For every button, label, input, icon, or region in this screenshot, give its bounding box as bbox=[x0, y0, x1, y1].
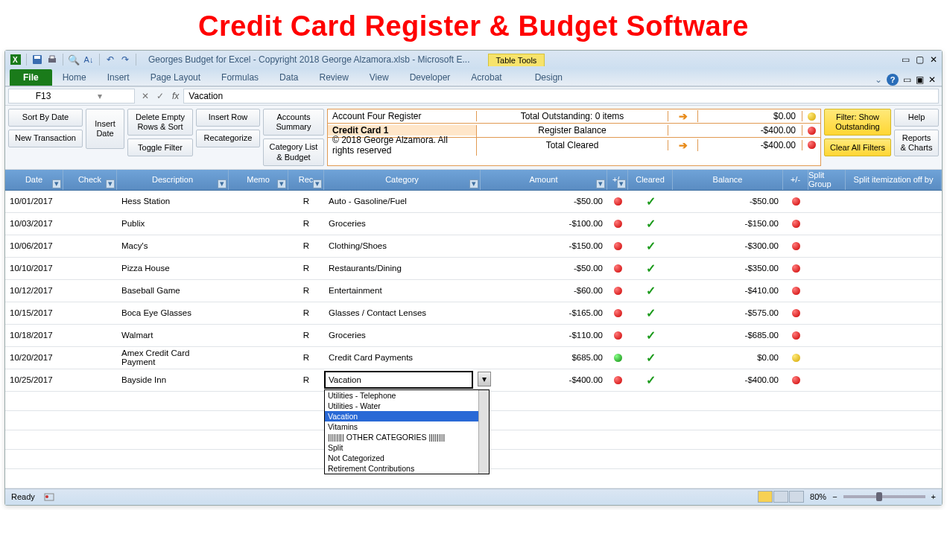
cell-description[interactable]: Macy's bbox=[117, 235, 229, 257]
cell-cleared[interactable]: ✓ bbox=[628, 347, 673, 369]
find-icon[interactable]: 🔍 bbox=[68, 54, 80, 66]
header-split-item[interactable]: Split itemization off by bbox=[854, 175, 934, 184]
recategorize-button[interactable]: Recategorize bbox=[196, 130, 260, 147]
help-icon[interactable]: ? bbox=[887, 74, 899, 86]
cell-category[interactable]: Entertainment bbox=[324, 280, 481, 302]
cell-split-group[interactable] bbox=[808, 302, 846, 324]
cell-date[interactable]: 10/01/2017 bbox=[5, 191, 63, 212]
cell-description[interactable]: Bayside Inn bbox=[117, 369, 229, 391]
zoom-in-icon[interactable]: + bbox=[931, 492, 936, 501]
header-plusminus2[interactable]: +/- bbox=[791, 175, 800, 184]
cell-rec[interactable]: R bbox=[288, 258, 324, 279]
tab-review[interactable]: Review bbox=[308, 69, 358, 86]
cell-split-item[interactable] bbox=[846, 302, 942, 324]
tab-formulas[interactable]: Formulas bbox=[211, 69, 269, 86]
header-check[interactable]: Check bbox=[78, 175, 101, 184]
delete-empty-rows-button[interactable]: Delete Empty Rows & Sort bbox=[127, 109, 193, 136]
cell-date[interactable]: 10/06/2017 bbox=[5, 235, 63, 257]
header-split-group[interactable]: Split Group bbox=[808, 171, 845, 188]
cell-cleared[interactable]: ✓ bbox=[628, 369, 673, 391]
reports-button[interactable]: Reports & Charts bbox=[894, 130, 939, 156]
cell-rec[interactable]: R bbox=[288, 302, 324, 324]
cell-cleared[interactable]: ✓ bbox=[628, 280, 673, 302]
tab-page-layout[interactable]: Page Layout bbox=[140, 69, 211, 86]
cell-description[interactable]: Hess Station bbox=[117, 191, 229, 212]
cell-split-group[interactable] bbox=[808, 347, 846, 369]
header-rec[interactable]: Rec bbox=[299, 175, 314, 184]
cell-check[interactable] bbox=[63, 280, 117, 302]
cell-category[interactable]: Restaurants/Dining bbox=[324, 258, 481, 279]
header-memo[interactable]: Memo bbox=[247, 175, 270, 184]
cell-memo[interactable] bbox=[229, 325, 288, 346]
filter-date-icon[interactable]: ▾ bbox=[52, 179, 61, 188]
zoom-out-icon[interactable]: − bbox=[832, 492, 837, 501]
cell-date[interactable]: 10/12/2017 bbox=[5, 280, 63, 302]
formula-input[interactable]: Vacation bbox=[183, 89, 939, 104]
cell-memo[interactable] bbox=[229, 235, 288, 257]
normal-view-button[interactable] bbox=[758, 491, 773, 503]
cell-description[interactable]: Boca Eye Glasses bbox=[117, 302, 229, 324]
cell-amount[interactable]: -$165.00 bbox=[481, 302, 607, 324]
cell-cleared[interactable]: ✓ bbox=[628, 258, 673, 279]
cell-rec[interactable]: R bbox=[288, 325, 324, 346]
cell-memo[interactable] bbox=[229, 213, 288, 235]
category-dropdown[interactable]: Vacation bbox=[324, 371, 473, 389]
cell-check[interactable] bbox=[63, 325, 117, 346]
table-row[interactable]: 10/20/2017 Amex Credit Card Payment R Cr… bbox=[5, 347, 942, 369]
zoom-slider[interactable] bbox=[843, 495, 925, 498]
tab-data[interactable]: Data bbox=[269, 69, 308, 86]
cell-description[interactable]: Publix bbox=[117, 213, 229, 235]
cell-rec[interactable]: R bbox=[288, 191, 324, 212]
cell-balance[interactable]: -$350.00 bbox=[673, 258, 783, 279]
cell-description[interactable]: Pizza House bbox=[117, 258, 229, 279]
cell-category[interactable]: Credit Card Payments bbox=[324, 347, 481, 369]
ribbon-minimize-icon[interactable]: ⌄ bbox=[875, 74, 882, 85]
cell-category[interactable]: Glasses / Contact Lenses bbox=[324, 302, 481, 324]
cell-date[interactable]: 10/15/2017 bbox=[5, 302, 63, 324]
cell-cleared[interactable]: ✓ bbox=[628, 191, 673, 212]
filter-outstanding-button[interactable]: Filter: Show Outstanding bbox=[824, 109, 891, 136]
cell-category[interactable]: Groceries bbox=[324, 213, 481, 235]
accept-formula-icon[interactable]: ✓ bbox=[153, 91, 168, 101]
cell-check[interactable] bbox=[63, 347, 117, 369]
cell-split-group[interactable] bbox=[808, 325, 846, 346]
table-row[interactable]: 10/25/2017 Bayside Inn R Vacation ▾ Util… bbox=[5, 369, 942, 392]
cell-amount[interactable]: -$110.00 bbox=[481, 325, 607, 346]
cell-amount[interactable]: $685.00 bbox=[481, 347, 607, 369]
table-row[interactable]: 10/06/2017 Macy's R Clothing/Shoes -$150… bbox=[5, 235, 942, 258]
cell-balance[interactable]: -$575.00 bbox=[673, 302, 783, 324]
tab-developer[interactable]: Developer bbox=[399, 69, 461, 86]
cell-split-group[interactable] bbox=[808, 213, 846, 235]
header-description[interactable]: Description bbox=[152, 175, 193, 184]
cell-balance[interactable]: -$300.00 bbox=[673, 235, 783, 257]
cell-split-group[interactable] bbox=[808, 369, 846, 391]
filter-rec-icon[interactable]: ▾ bbox=[313, 179, 322, 188]
cell-description[interactable]: Amex Credit Card Payment bbox=[117, 347, 229, 369]
cell-cleared[interactable]: ✓ bbox=[628, 213, 673, 235]
print-icon[interactable] bbox=[46, 54, 58, 66]
cell-date[interactable]: 10/25/2017 bbox=[5, 369, 63, 391]
tab-home[interactable]: Home bbox=[52, 69, 97, 86]
tab-design[interactable]: Design bbox=[525, 69, 573, 86]
dropdown-option[interactable]: Utilities - Telephone bbox=[325, 390, 489, 401]
dropdown-option[interactable]: Split bbox=[325, 442, 489, 453]
dropdown-option[interactable]: Vitamins bbox=[325, 421, 489, 432]
tab-view[interactable]: View bbox=[359, 69, 399, 86]
cancel-formula-icon[interactable]: ✕ bbox=[138, 91, 153, 101]
maximize-icon[interactable]: ▢ bbox=[916, 54, 924, 65]
new-transaction-button[interactable]: New Transaction bbox=[8, 130, 83, 147]
cell-balance[interactable]: -$400.00 bbox=[673, 369, 783, 391]
cell-amount[interactable]: -$400.00 bbox=[481, 369, 607, 391]
cell-balance[interactable]: -$685.00 bbox=[673, 325, 783, 346]
tab-insert[interactable]: Insert bbox=[97, 69, 140, 86]
header-amount[interactable]: Amount bbox=[530, 175, 558, 184]
cell-split-item[interactable] bbox=[846, 235, 942, 257]
cell-memo[interactable] bbox=[229, 369, 288, 391]
cell-check[interactable] bbox=[63, 302, 117, 324]
cell-split-group[interactable] bbox=[808, 280, 846, 302]
cell-amount[interactable]: -$50.00 bbox=[481, 191, 607, 212]
cell-memo[interactable] bbox=[229, 302, 288, 324]
table-row[interactable]: 10/18/2017 Walmart R Groceries -$110.00 … bbox=[5, 325, 942, 347]
filter-check-icon[interactable]: ▾ bbox=[106, 179, 115, 188]
header-date[interactable]: Date bbox=[25, 175, 42, 184]
